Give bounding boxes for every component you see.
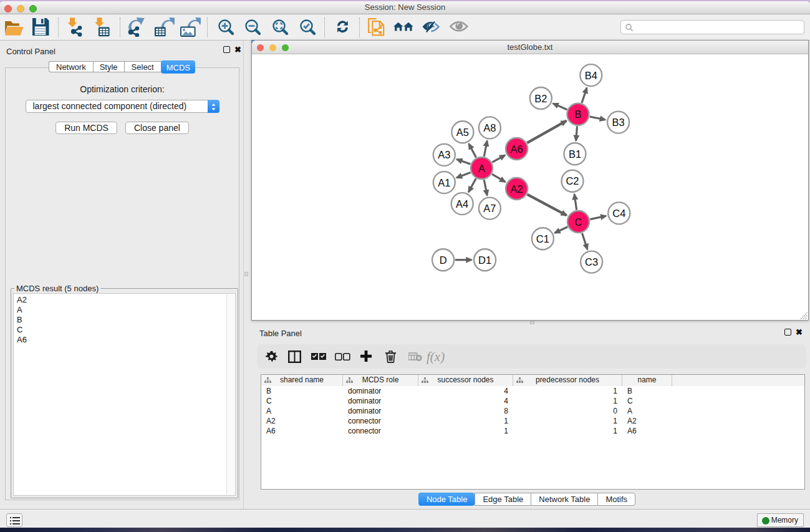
svg-text:A3: A3 [438, 149, 450, 160]
svg-text:A5: A5 [456, 127, 469, 138]
svg-text:A8: A8 [483, 122, 496, 133]
svg-text:C2: C2 [566, 175, 579, 186]
svg-text:A: A [478, 163, 485, 174]
svg-text:A7: A7 [483, 203, 496, 214]
svg-text:A4: A4 [456, 198, 468, 210]
svg-text:C1: C1 [536, 233, 549, 244]
svg-text:B4: B4 [585, 70, 597, 81]
svg-text:B3: B3 [612, 117, 625, 128]
svg-text:D1: D1 [478, 254, 491, 266]
svg-text:D: D [440, 254, 447, 266]
svg-text:B: B [574, 109, 581, 120]
svg-text:A2: A2 [511, 183, 523, 195]
svg-text:A1: A1 [438, 177, 450, 188]
svg-text:C: C [575, 216, 582, 228]
svg-text:A6: A6 [511, 143, 523, 155]
svg-text:C3: C3 [585, 256, 598, 268]
svg-text:C4: C4 [612, 208, 625, 219]
svg-text:B2: B2 [534, 93, 547, 104]
svg-text:B1: B1 [569, 148, 581, 160]
